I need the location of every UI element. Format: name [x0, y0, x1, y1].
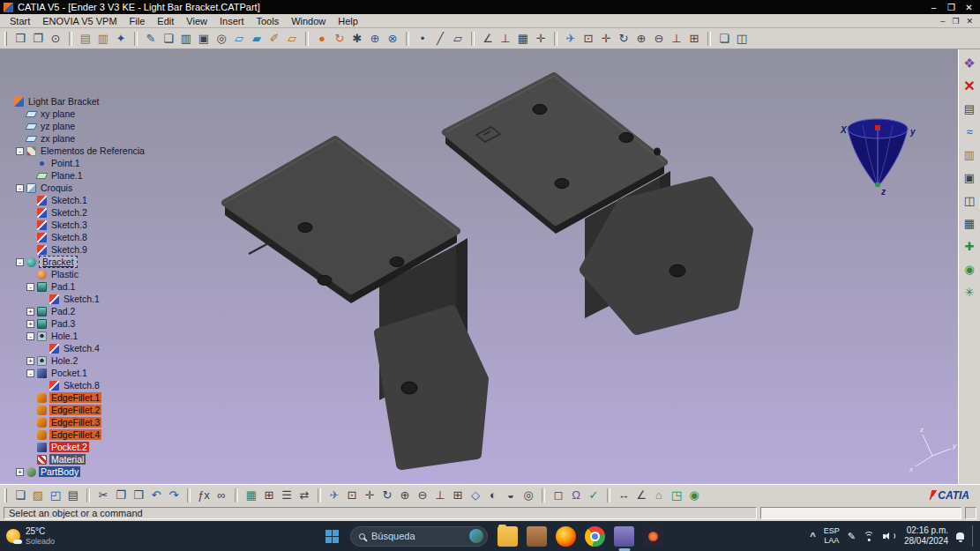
tree-item[interactable]: Light Bar Bracket [2, 95, 146, 108]
structure-icon[interactable]: ☰ [278, 487, 295, 504]
maximize-button[interactable]: ❐ [944, 2, 959, 13]
toolbar-grip[interactable] [4, 32, 7, 46]
measure-icon[interactable]: ∠ [479, 30, 497, 48]
tree-item[interactable]: - Pocket.1 [2, 367, 146, 379]
normal-view-icon[interactable]: ⊥ [431, 487, 449, 504]
tree-item[interactable]: - Pad.1 [2, 280, 146, 293]
globe-icon[interactable]: ◉ [961, 262, 978, 277]
pan-icon[interactable]: ✛ [361, 487, 378, 504]
iso-view-icon[interactable]: ◇ [467, 487, 484, 504]
toolbar-grip[interactable] [4, 488, 7, 503]
tree-item[interactable]: Sketch.8 [2, 231, 146, 243]
tree-expander[interactable]: - [16, 258, 24, 266]
tree-item[interactable]: Sketch.1 [2, 293, 146, 305]
multi-view-icon[interactable]: ⊞ [685, 30, 703, 48]
tree-item[interactable]: yz plane [2, 120, 146, 132]
apply-material-icon[interactable]: ◳ [668, 487, 685, 504]
firefox-icon[interactable] [556, 526, 576, 547]
swap-space-icon[interactable]: ◎ [520, 487, 537, 504]
tree-item[interactable]: Pocket.2 [2, 441, 146, 453]
tree-expander[interactable]: - [26, 332, 34, 340]
wifi-icon[interactable] [864, 532, 875, 541]
folder-icon[interactable] [497, 526, 518, 547]
tree-item[interactable]: xy plane [2, 108, 146, 120]
undo-icon[interactable]: ↶ [147, 487, 165, 504]
view-frame-icon[interactable]: ❏ [160, 30, 177, 48]
paste-icon[interactable]: ❒ [130, 487, 147, 504]
fly-mode-icon[interactable]: ✈ [562, 30, 580, 48]
tree-item[interactable]: EdgeFillet.2 [2, 404, 146, 416]
graph-icon[interactable]: ≈ [961, 124, 978, 139]
shaded-view-icon[interactable]: ◐ [484, 487, 502, 504]
sketch-plane-icon[interactable]: ✐ [266, 30, 283, 48]
tree-item[interactable]: Material [2, 453, 146, 465]
plane-icon[interactable]: ▱ [449, 30, 467, 48]
plane-offset-icon[interactable]: ▱ [230, 30, 248, 48]
tree-item[interactable]: Sketch.3 [2, 219, 146, 231]
wireframe-icon[interactable]: ◻ [550, 487, 567, 504]
line-icon[interactable]: ╱ [431, 30, 449, 48]
tree-item[interactable]: Sketch.4 [2, 342, 146, 354]
rotate-icon[interactable]: ↻ [615, 30, 632, 48]
axis-system-icon[interactable]: ✛ [532, 30, 550, 48]
search-icon[interactable]: ∞ [213, 487, 230, 504]
redo-icon[interactable]: ↷ [165, 487, 183, 504]
chrome-icon[interactable] [585, 526, 605, 547]
mdi-minimize-button[interactable]: – [940, 17, 945, 26]
fit-all-icon[interactable]: ⊡ [343, 487, 361, 504]
menu-item[interactable]: Help [332, 16, 364, 26]
sphere-icon[interactable]: ● [313, 30, 331, 48]
tree-expander[interactable]: - [16, 184, 24, 192]
close-workbench-icon[interactable]: ✕ [961, 78, 978, 93]
menu-item[interactable]: Window [285, 16, 332, 26]
power-input[interactable] [760, 507, 961, 519]
fly-mode-icon[interactable]: ✈ [325, 487, 343, 504]
cut-icon[interactable]: ✂ [94, 487, 112, 504]
tree-item[interactable]: Sketch.8 [2, 379, 146, 391]
language-indicator[interactable]: ESP LAA [824, 526, 840, 546]
mdi-restore-button[interactable]: ❐ [952, 17, 959, 26]
tools-icon[interactable]: ✚ [961, 239, 978, 254]
tree-expander[interactable]: + [26, 308, 34, 316]
tree-item[interactable]: zx plane [2, 132, 146, 145]
multi-view-icon[interactable]: ⊞ [449, 487, 467, 504]
tree-expander[interactable]: - [26, 369, 34, 377]
render-icon[interactable]: ◉ [685, 487, 703, 504]
pan-icon[interactable]: ✛ [597, 30, 615, 48]
notification-bell-icon[interactable] [956, 532, 964, 540]
grid-icon[interactable]: ▦ [243, 487, 260, 504]
constraints-icon[interactable]: ⊥ [497, 30, 514, 48]
normal-view-icon[interactable]: ⊥ [668, 30, 685, 48]
magnifier-icon[interactable]: ⊙ [47, 30, 64, 48]
save-icon[interactable]: ◰ [47, 487, 64, 504]
copy-icon[interactable]: ❐ [112, 487, 130, 504]
layers-icon[interactable]: ▥ [961, 147, 978, 162]
menu-item[interactable]: Insert [213, 16, 251, 26]
grid-icon[interactable]: ▦ [514, 30, 532, 48]
circle-tool-icon[interactable]: ◎ [213, 30, 230, 48]
measure-inertia-icon[interactable]: ⌂ [650, 487, 668, 504]
swap-icon[interactable]: ⇄ [295, 487, 313, 504]
tree-item[interactable]: EdgeFillet.4 [2, 428, 146, 441]
close-button[interactable]: ✕ [961, 2, 976, 13]
surface-plane-icon[interactable]: ▱ [283, 30, 301, 48]
workbench-icon[interactable]: ❖ [961, 56, 978, 71]
tree-item[interactable]: - Croquis [2, 182, 146, 194]
tree-expander[interactable]: + [26, 320, 34, 328]
new-window-icon[interactable]: ❏ [715, 30, 733, 48]
menu-item[interactable]: File [123, 16, 152, 26]
zoom-out-icon[interactable]: ⊖ [414, 487, 431, 504]
point-icon[interactable]: • [414, 30, 431, 48]
tray-chevron-icon[interactable]: ^ [810, 531, 815, 541]
columns-icon[interactable]: ▥ [177, 30, 195, 48]
paste-special-icon[interactable]: ❒ [11, 30, 29, 48]
part-box-icon[interactable]: ▣ [195, 30, 213, 48]
measure-between-icon[interactable]: ↔ [615, 487, 632, 504]
viewport-3d[interactable]: X y z z y x [0, 49, 958, 484]
intersect-icon[interactable]: ⊗ [384, 30, 401, 48]
tree-item[interactable]: Point.1 [2, 157, 146, 169]
start-button[interactable] [320, 525, 344, 548]
sketcher-icon[interactable]: ✎ [142, 30, 160, 48]
union-icon[interactable]: ⊕ [366, 30, 384, 48]
mdi-close-button[interactable]: ✕ [966, 17, 973, 26]
